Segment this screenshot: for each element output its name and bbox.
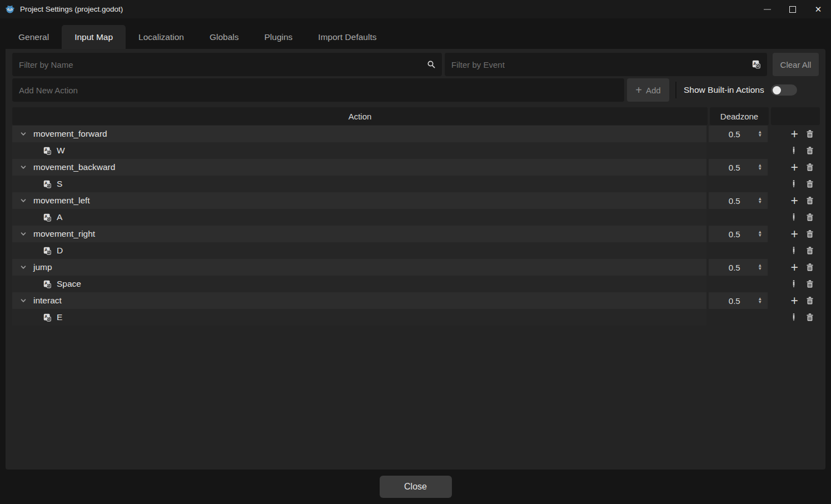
- title-bar: Project Settings (project.godot) ✕: [0, 0, 831, 18]
- action-row[interactable]: jump 0.5 ▲▼ +: [12, 259, 819, 276]
- action-row[interactable]: movement_backward 0.5 ▲▼ +: [12, 159, 819, 176]
- keyboard-key-icon: [43, 313, 52, 322]
- remove-action-button[interactable]: [805, 229, 814, 238]
- deadzone-value[interactable]: 0.5: [709, 296, 758, 306]
- edit-event-button[interactable]: [789, 146, 798, 155]
- add-event-button[interactable]: +: [791, 261, 798, 273]
- tab-bar: GeneralInput MapLocalizationGlobalsPlugi…: [6, 25, 389, 49]
- event-key-name: E: [57, 312, 62, 322]
- spinner-icon[interactable]: ▲▼: [758, 264, 762, 271]
- remove-action-button[interactable]: [805, 129, 814, 138]
- dialog-footer: Close: [0, 470, 831, 504]
- action-row[interactable]: movement_left 0.5 ▲▼ +: [12, 192, 819, 209]
- chevron-down-icon[interactable]: [20, 297, 27, 304]
- minimize-icon: [764, 9, 771, 10]
- action-list: movement_forward 0.5 ▲▼ + W: [12, 126, 819, 326]
- edit-event-button[interactable]: [789, 179, 798, 188]
- tab-general[interactable]: General: [6, 25, 62, 49]
- edit-event-button[interactable]: [789, 313, 798, 322]
- add-event-button[interactable]: +: [791, 128, 798, 140]
- chevron-down-icon[interactable]: [20, 164, 27, 171]
- filter-by-event-input[interactable]: [445, 53, 767, 76]
- chevron-down-icon[interactable]: [20, 131, 27, 137]
- action-name: movement_left: [33, 196, 90, 206]
- remove-event-button[interactable]: [805, 213, 814, 222]
- edit-event-button[interactable]: [789, 280, 798, 288]
- maximize-button[interactable]: [780, 0, 805, 18]
- spinner-icon[interactable]: ▲▼: [758, 231, 762, 237]
- spinner-icon[interactable]: ▲▼: [758, 164, 762, 171]
- close-dialog-button[interactable]: Close: [380, 476, 452, 498]
- chevron-down-icon[interactable]: [20, 231, 27, 237]
- window-title: Project Settings (project.godot): [20, 5, 123, 13]
- action-name: jump: [33, 262, 52, 272]
- action-column-header[interactable]: Action: [12, 107, 708, 125]
- remove-event-button[interactable]: [805, 246, 814, 255]
- show-builtin-actions-label: Show Built-in Actions: [684, 85, 764, 95]
- tab-import-defaults[interactable]: Import Defaults: [305, 25, 389, 49]
- action-row[interactable]: movement_right 0.5 ▲▼ +: [12, 226, 819, 242]
- deadzone-value[interactable]: 0.5: [709, 163, 758, 172]
- add-event-button[interactable]: +: [791, 228, 798, 240]
- chevron-down-icon[interactable]: [20, 264, 27, 271]
- deadzone-column-header[interactable]: Deadzone: [710, 107, 769, 125]
- action-name: movement_right: [33, 229, 95, 239]
- event-row[interactable]: S: [12, 176, 819, 192]
- blank-column-header: [771, 107, 820, 125]
- keyboard-key-icon: [43, 247, 52, 255]
- deadzone-value[interactable]: 0.5: [709, 263, 758, 272]
- event-row[interactable]: A: [12, 209, 819, 226]
- remove-event-button[interactable]: [805, 280, 814, 288]
- add-event-button[interactable]: +: [791, 295, 798, 307]
- remove-action-button[interactable]: [805, 296, 814, 305]
- chevron-down-icon[interactable]: [20, 197, 27, 204]
- remove-action-button[interactable]: [805, 163, 814, 172]
- action-name: movement_forward: [33, 129, 107, 139]
- event-row[interactable]: E: [12, 309, 819, 326]
- action-row[interactable]: movement_forward 0.5 ▲▼ +: [12, 126, 819, 142]
- tab-localization[interactable]: Localization: [126, 25, 197, 49]
- event-row[interactable]: W: [12, 142, 819, 159]
- add-action-button[interactable]: + Add: [627, 78, 669, 102]
- action-row[interactable]: interact 0.5 ▲▼ +: [12, 292, 819, 309]
- search-icon: [427, 60, 436, 69]
- edit-event-button[interactable]: [789, 246, 798, 255]
- remove-event-button[interactable]: [805, 146, 814, 155]
- event-key-name: S: [57, 179, 62, 189]
- add-new-action-input[interactable]: [12, 78, 624, 102]
- close-window-button[interactable]: ✕: [805, 0, 831, 18]
- clear-all-button[interactable]: Clear All: [773, 53, 819, 76]
- project-settings-window: Project Settings (project.godot) ✕ Gener…: [0, 0, 831, 504]
- tab-globals[interactable]: Globals: [197, 25, 252, 49]
- add-event-button[interactable]: +: [791, 161, 798, 173]
- event-row[interactable]: D: [12, 242, 819, 259]
- keyboard-key-icon: [43, 280, 52, 288]
- spinner-icon[interactable]: ▲▼: [758, 297, 762, 304]
- edit-event-button[interactable]: [789, 213, 798, 222]
- remove-action-button[interactable]: [805, 263, 814, 272]
- filter-by-event-wrap: [445, 53, 767, 76]
- input-map-panel: Clear All + Add Show Built-in Actions Ac…: [6, 49, 825, 470]
- spinner-icon[interactable]: ▲▼: [758, 197, 762, 204]
- event-key-name: Space: [57, 279, 81, 289]
- filter-by-name-input[interactable]: [12, 53, 442, 76]
- action-name: interact: [33, 296, 62, 306]
- event-key-name: A: [57, 212, 62, 222]
- event-row[interactable]: Space: [12, 276, 819, 292]
- deadzone-value[interactable]: 0.5: [709, 229, 758, 239]
- minimize-button[interactable]: [754, 0, 780, 18]
- deadzone-value[interactable]: 0.5: [709, 129, 758, 139]
- show-builtin-actions-toggle[interactable]: [771, 84, 797, 96]
- keyboard-key-icon: [43, 147, 52, 155]
- remove-event-button[interactable]: [805, 179, 814, 188]
- spinner-icon[interactable]: ▲▼: [758, 131, 762, 137]
- remove-event-button[interactable]: [805, 313, 814, 322]
- table-header: Action Deadzone: [12, 107, 820, 125]
- keyboard-key-icon: [43, 180, 52, 188]
- remove-action-button[interactable]: [805, 196, 814, 205]
- tab-plugins[interactable]: Plugins: [252, 25, 306, 49]
- tab-input-map[interactable]: Input Map: [62, 25, 126, 49]
- deadzone-value[interactable]: 0.5: [709, 196, 758, 206]
- maximize-icon: [789, 6, 796, 13]
- add-event-button[interactable]: +: [791, 194, 798, 207]
